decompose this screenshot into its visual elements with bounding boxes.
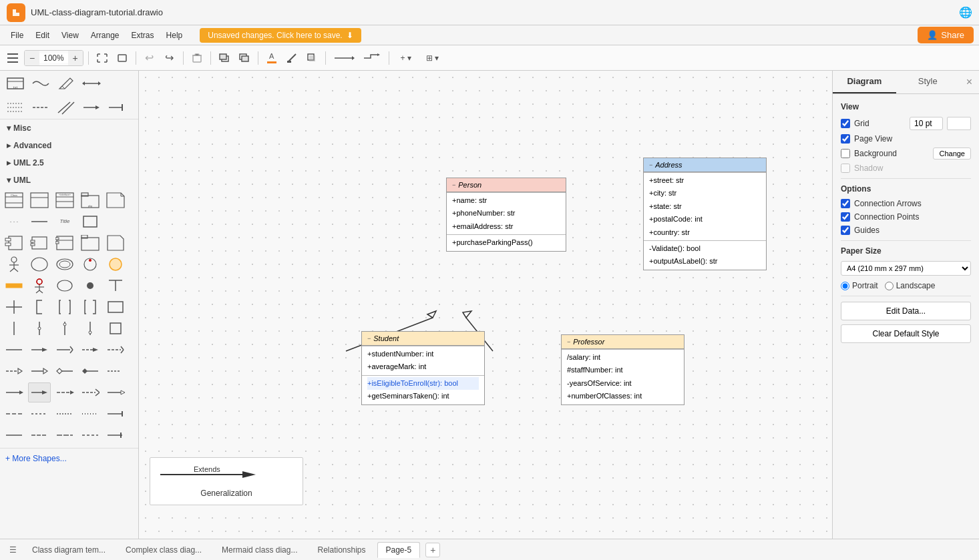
- uml-class2-shape[interactable]: [28, 190, 51, 210]
- uml-interface2-shape[interactable]: [79, 297, 102, 317]
- uml-dot-shape[interactable]: [79, 276, 102, 296]
- paper-size-select[interactable]: A4 (210 mm x 297 mm): [841, 261, 971, 276]
- uml-line4-shape[interactable]: [53, 404, 76, 424]
- uml-ellipse-shape[interactable]: [28, 254, 51, 274]
- page-view-checkbox[interactable]: [841, 134, 850, 144]
- grid-value-input[interactable]: [910, 117, 943, 130]
- uml-arrow2-shape[interactable]: [28, 382, 51, 402]
- connection-points-checkbox[interactable]: [841, 212, 850, 222]
- uml-interface-shape[interactable]: «interface»: [53, 190, 76, 210]
- uml-note-shape[interactable]: [104, 190, 127, 210]
- student-collapse[interactable]: −: [367, 335, 371, 342]
- uml-assoc-shape[interactable]: [3, 340, 25, 360]
- zoom-in-btn[interactable]: +: [68, 50, 83, 66]
- more-shapes-btn[interactable]: + More Shapes...: [5, 454, 67, 463]
- clear-default-style-btn[interactable]: Clear Default Style: [841, 324, 971, 343]
- uml-pkg2-shape[interactable]: [79, 233, 102, 253]
- uml-class-professor[interactable]: − Professor /salary: int #staffNumber: i…: [561, 334, 684, 405]
- change-background-btn[interactable]: Change: [933, 148, 971, 160]
- uml-component2-shape[interactable]: [28, 233, 51, 253]
- line-color-btn[interactable]: [283, 49, 301, 67]
- tab-complex-class-diag[interactable]: Complex class diag...: [117, 542, 210, 558]
- sidebar-section-uml25-header[interactable]: ▸ UML 2.5: [0, 154, 138, 172]
- shape-rect-with-text[interactable]: txt: [4, 73, 27, 93]
- shape-wavy-line[interactable]: [29, 73, 52, 93]
- sidebar-section-misc-header[interactable]: ▾ Misc: [0, 119, 138, 137]
- uml-class-address[interactable]: − Address +street: str +city: str +state…: [643, 158, 767, 270]
- uml-line3-shape[interactable]: [28, 404, 51, 424]
- guides-checkbox[interactable]: [841, 226, 850, 235]
- uml-oval-shape[interactable]: [53, 276, 76, 296]
- connection-arrows-checkbox[interactable]: [841, 199, 850, 208]
- uml-circle-x-shape[interactable]: [104, 254, 127, 274]
- uml-dependency2-shape[interactable]: [104, 340, 127, 360]
- background-checkbox[interactable]: [841, 149, 850, 158]
- shadow-btn[interactable]: [303, 49, 321, 67]
- add-page-btn[interactable]: +: [425, 543, 440, 557]
- shape-arrow-end[interactable]: [106, 97, 128, 117]
- tab-class-diagram-tem[interactable]: Class diagram tem...: [23, 542, 114, 558]
- panel-close-btn[interactable]: ×: [960, 71, 979, 93]
- sidebar-collapse-btn[interactable]: ☰: [5, 543, 21, 557]
- uml-class-shape[interactable]: Class: [3, 190, 25, 210]
- professor-collapse[interactable]: −: [567, 338, 570, 345]
- shape-arrow-right[interactable]: [80, 97, 103, 117]
- table-btn[interactable]: ⊞ ▾: [421, 49, 445, 67]
- uml-stick-shape[interactable]: [28, 276, 51, 296]
- uml-arrow1-shape[interactable]: [3, 382, 25, 402]
- uml-arrow5-shape[interactable]: [104, 382, 127, 402]
- uml-assoc2-shape[interactable]: [28, 340, 51, 360]
- uml-vline2-shape[interactable]: [28, 318, 51, 338]
- shape-arrow-both[interactable]: [80, 73, 103, 93]
- uml-rect-shape[interactable]: [79, 212, 102, 232]
- menu-extras[interactable]: Extras: [126, 29, 160, 42]
- uml-component3-shape[interactable]: [53, 233, 76, 253]
- uml-ellipse2-shape[interactable]: [53, 254, 76, 274]
- uml-arrow3-shape[interactable]: [53, 382, 76, 402]
- uml-composition-shape[interactable]: [79, 361, 102, 381]
- uml-arrow4-shape[interactable]: [79, 382, 102, 402]
- sidebar-toggle-btn[interactable]: [4, 49, 21, 67]
- redo-btn[interactable]: ↪: [161, 49, 178, 67]
- shape-dots-grid[interactable]: [4, 97, 27, 117]
- uml-bracket2-shape[interactable]: [53, 297, 76, 317]
- insert-btn[interactable]: + ▾: [394, 49, 418, 67]
- tab-diagram[interactable]: Diagram: [833, 71, 896, 93]
- menu-arrange[interactable]: Arrange: [85, 29, 125, 42]
- uml-actor-shape[interactable]: [3, 254, 25, 274]
- menu-file[interactable]: File: [5, 29, 29, 42]
- uml-line7-shape[interactable]: [3, 425, 25, 445]
- uml-vline-shape[interactable]: [3, 318, 25, 338]
- uml-tee-shape[interactable]: [104, 276, 127, 296]
- uml-line6-shape[interactable]: [104, 404, 127, 424]
- uml-vline4-shape[interactable]: [79, 318, 102, 338]
- grid-color-box[interactable]: [947, 117, 971, 130]
- person-collapse[interactable]: −: [452, 182, 455, 188]
- uml-box3-shape[interactable]: [104, 297, 127, 317]
- uml-line9-shape[interactable]: [53, 425, 76, 445]
- uml-vline3-shape[interactable]: [53, 318, 76, 338]
- fill-color-btn[interactable]: A: [263, 49, 280, 67]
- save-banner[interactable]: Unsaved changes. Click here to save. ⬇: [200, 28, 361, 43]
- connection-style-btn[interactable]: [331, 49, 357, 67]
- menu-view[interactable]: View: [56, 29, 84, 42]
- sidebar-section-uml-header[interactable]: ▾ UML: [0, 172, 138, 189]
- uml-package-shape[interactable]: pkg: [79, 190, 102, 210]
- zoom-actual-btn[interactable]: [114, 49, 131, 67]
- tab-page-5[interactable]: Page-5: [377, 542, 421, 558]
- uml-dependency-shape[interactable]: [79, 340, 102, 360]
- tab-relationships[interactable]: Relationships: [309, 542, 374, 558]
- landscape-radio[interactable]: [885, 282, 894, 290]
- to-back-btn[interactable]: [236, 49, 253, 67]
- shape-diagonal-lines[interactable]: [55, 97, 77, 117]
- menu-edit[interactable]: Edit: [30, 29, 55, 42]
- share-button[interactable]: 👤 Share: [918, 27, 974, 43]
- uml-assoc3-shape[interactable]: [53, 340, 76, 360]
- uml-bracket-shape[interactable]: [28, 297, 51, 317]
- menu-help[interactable]: Help: [161, 29, 188, 42]
- uml-line8-shape[interactable]: [28, 425, 51, 445]
- zoom-fit-btn[interactable]: [93, 49, 111, 67]
- undo-btn[interactable]: ↩: [141, 49, 158, 67]
- tab-style[interactable]: Style: [896, 71, 960, 93]
- delete-btn[interactable]: [188, 49, 206, 67]
